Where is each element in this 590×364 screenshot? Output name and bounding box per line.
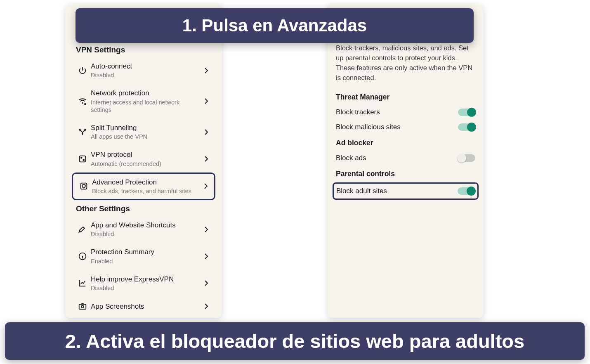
item-network-protection[interactable]: Network protection Internet access and l… — [72, 84, 215, 118]
chevron-right-icon — [201, 67, 211, 74]
shield-check-icon — [76, 182, 91, 191]
toggle-block-trackers[interactable] — [458, 109, 475, 116]
item-split-tunneling[interactable]: Split Tunneling All apps use the VPN — [72, 118, 215, 145]
toggle-label: Block adult sites — [336, 187, 387, 195]
toggle-block-malicious[interactable] — [458, 123, 475, 131]
section-vpn-settings: VPN Settings — [65, 41, 222, 57]
row-block-trackers[interactable]: Block trackers — [334, 105, 477, 120]
item-text: Network protection Internet access and l… — [90, 89, 201, 113]
svg-point-9 — [81, 305, 84, 308]
protocol-icon — [75, 154, 90, 163]
power-icon — [75, 66, 90, 75]
chevron-right-icon — [201, 280, 211, 286]
advanced-protection-panel: Block trackers, malicious sites, and ads… — [328, 4, 484, 318]
item-shortcuts[interactable]: App and Website Shortcuts Disabled — [72, 216, 215, 243]
section-other-settings: Other Settings — [65, 200, 222, 216]
wifi-settings-icon — [75, 97, 90, 106]
item-text: App Screenshots — [90, 302, 201, 311]
toggle-label: Block trackers — [336, 108, 380, 116]
svg-point-0 — [82, 103, 83, 104]
chevron-right-icon — [201, 129, 211, 135]
toggle-block-ads[interactable] — [458, 154, 475, 162]
row-block-adult-sites[interactable]: Block adult sites — [333, 182, 479, 200]
item-protection-summary[interactable]: Protection Summary Enabled — [72, 243, 215, 269]
row-block-malicious[interactable]: Block malicious sites — [334, 120, 477, 135]
instruction-step-2: 2. Activa el bloqueador de sitios web pa… — [5, 322, 585, 360]
row-block-ads[interactable]: Block ads — [334, 151, 477, 165]
svg-rect-3 — [80, 156, 86, 162]
svg-point-2 — [84, 129, 86, 130]
item-vpn-protocol[interactable]: VPN protocol Automatic (recommended) — [72, 145, 215, 172]
svg-point-5 — [83, 159, 84, 161]
section-parental-controls: Parental controls — [334, 165, 477, 182]
toggle-label: Block ads — [336, 154, 366, 162]
rocket-icon — [75, 225, 90, 234]
chart-icon — [75, 279, 90, 288]
item-text: Advanced Protection Block ads, trackers,… — [91, 178, 201, 195]
svg-rect-8 — [79, 305, 86, 310]
item-text: App and Website Shortcuts Disabled — [90, 221, 201, 238]
chevron-right-icon — [201, 156, 211, 162]
panel-description: Block trackers, malicious sites, and ads… — [334, 43, 477, 89]
section-ad-blocker: Ad blocker — [334, 135, 477, 151]
svg-point-1 — [80, 129, 81, 130]
item-help-improve[interactable]: Help improve ExpressVPN Disabled — [72, 270, 215, 297]
chevron-right-icon — [201, 183, 211, 189]
chevron-right-icon — [201, 98, 211, 104]
toggle-label: Block malicious sites — [336, 123, 401, 131]
instruction-step-1: 1. Pulsa en Avanzadas — [76, 8, 474, 43]
toggle-block-adult[interactable] — [458, 187, 475, 195]
chevron-right-icon — [201, 226, 211, 233]
item-app-screenshots[interactable]: App Screenshots — [72, 297, 215, 316]
settings-panel: VPN Settings Auto-connect Disabled Netwo… — [65, 4, 222, 318]
item-text: Split Tunneling All apps use the VPN — [90, 123, 201, 140]
item-advanced-protection[interactable]: Advanced Protection Block ads, trackers,… — [72, 173, 215, 200]
item-text: Auto-connect Disabled — [90, 62, 201, 79]
item-auto-connect[interactable]: Auto-connect Disabled — [72, 57, 215, 84]
item-text: Protection Summary Enabled — [90, 248, 201, 265]
info-icon — [75, 252, 90, 261]
chevron-right-icon — [201, 303, 211, 310]
camera-icon — [75, 302, 90, 311]
section-threat-manager: Threat Manager — [334, 89, 477, 105]
svg-point-4 — [81, 157, 82, 158]
split-icon — [75, 128, 90, 137]
item-text: Help improve ExpressVPN Disabled — [90, 275, 201, 292]
item-text: VPN protocol Automatic (recommended) — [90, 150, 201, 167]
chevron-right-icon — [201, 253, 211, 260]
